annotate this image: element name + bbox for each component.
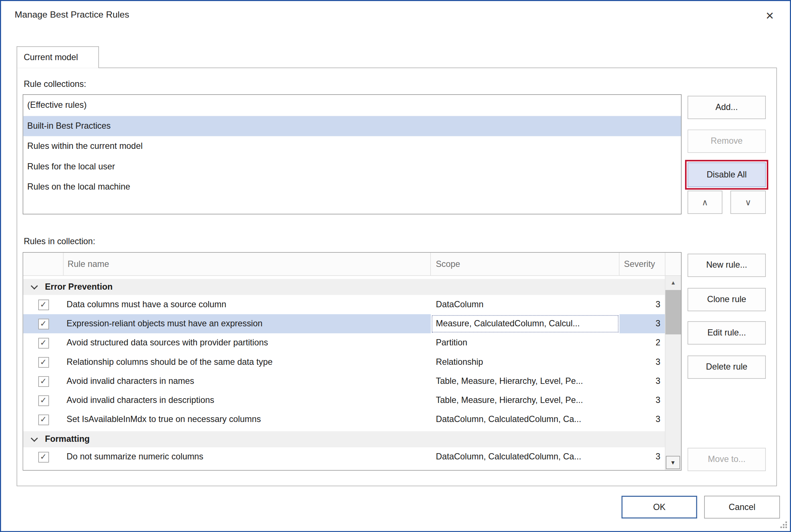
rule-name: Do not summarize numeric columns [63, 447, 431, 466]
close-icon: × [766, 9, 774, 22]
screen: Manage Best Practice Rules × Current mod… [0, 0, 791, 532]
check-icon: ✓ [40, 358, 47, 366]
list-item-effective-rules[interactable]: (Effective rules) [23, 95, 681, 116]
group-name: Error Prevention [45, 282, 113, 292]
rule-checkbox[interactable]: ✓ [38, 319, 49, 329]
group-row-formatting[interactable]: Formatting [23, 431, 665, 447]
check-icon: ✓ [40, 339, 47, 347]
column-header-severity[interactable]: Severity [619, 253, 665, 275]
rule-scope: Relationship [431, 353, 619, 372]
column-header-rule-name[interactable]: Rule name [63, 253, 431, 275]
manage-best-practice-rules-dialog: Manage Best Practice Rules × Current mod… [0, 0, 791, 532]
move-to-button[interactable]: Move to... [688, 448, 766, 471]
rule-severity: 3 [619, 447, 665, 466]
close-button[interactable]: × [760, 5, 780, 26]
list-item-rules-local-machine[interactable]: Rules on the local machine [23, 177, 681, 198]
rule-scope: Table, Measure, Hierarchy, Level, Pe... [431, 391, 619, 410]
scroll-down-icon: ▼ [670, 459, 676, 466]
rule-severity: 3 [619, 410, 665, 429]
disable-all-button[interactable]: Disable All [688, 162, 766, 187]
move-up-button[interactable]: ∧ [688, 191, 722, 214]
rules-grid: Rule name Scope Severity Error Preventio… [23, 252, 682, 471]
check-icon: ✓ [40, 453, 47, 461]
rule-severity: 3 [619, 391, 665, 410]
rule-checkbox[interactable]: ✓ [38, 357, 49, 367]
clone-rule-button[interactable]: Clone rule [688, 288, 766, 311]
rule-scope: Partition [431, 333, 619, 352]
rule-severity: 3 [619, 295, 665, 314]
tab-label: Current model [24, 52, 78, 63]
move-down-button[interactable]: ∨ [730, 191, 766, 214]
scroll-down-button[interactable]: ▼ [666, 456, 680, 469]
rule-severity: 3 [619, 353, 665, 372]
rule-checkbox[interactable]: ✓ [38, 376, 49, 387]
rule-severity: 3 [619, 372, 665, 391]
chevron-down-icon: ∨ [745, 197, 751, 208]
add-button[interactable]: Add... [688, 96, 766, 119]
scrollbar-thumb[interactable] [665, 290, 681, 334]
rule-scope: DataColumn [431, 295, 619, 314]
table-row[interactable]: ✓ Do not summarize numeric columns DataC… [23, 447, 665, 466]
list-item-built-in-best-practices[interactable]: Built-in Best Practices [23, 116, 681, 136]
tab-current-model[interactable]: Current model [17, 47, 99, 68]
rules-in-collection-label: Rules in collection: [24, 236, 95, 247]
list-item-rules-local-user[interactable]: Rules for the local user [23, 157, 681, 177]
table-row[interactable]: ✓ Relationship columns should be of the … [23, 353, 665, 372]
remove-button[interactable]: Remove [688, 130, 766, 153]
rule-severity: 3 [619, 314, 665, 333]
ok-button[interactable]: OK [622, 496, 697, 518]
rule-checkbox[interactable]: ✓ [38, 338, 49, 348]
rule-name: Data columns must have a source column [63, 295, 431, 314]
check-icon: ✓ [40, 396, 47, 404]
grid-header: Rule name Scope Severity [23, 253, 681, 276]
edit-rule-button[interactable]: Edit rule... [688, 321, 766, 344]
table-row[interactable]: ✓ Avoid invalid characters in names Tabl… [23, 372, 665, 391]
rule-scope: Measure, CalculatedColumn, Calcul... [431, 314, 619, 333]
rule-scope: DataColumn, CalculatedColumn, Ca... [431, 447, 619, 466]
chevron-down-icon [31, 282, 38, 289]
column-header-scope[interactable]: Scope [431, 253, 619, 275]
grid-body: Error Prevention ✓ Data columns must hav… [23, 276, 665, 470]
rule-checkbox[interactable]: ✓ [38, 395, 49, 406]
rule-name: Expression-reliant objects must have an … [63, 314, 431, 333]
check-icon: ✓ [40, 319, 47, 327]
vertical-scrollbar[interactable]: ▲ ▼ [665, 276, 681, 470]
rule-collections-label: Rule collections: [24, 79, 86, 89]
list-item-rules-current-model[interactable]: Rules within the current model [23, 136, 681, 157]
rule-scope: Table, Measure, Hierarchy, Level, Pe... [431, 372, 619, 391]
group-name: Formatting [45, 434, 89, 444]
rule-name: Avoid invalid characters in descriptions [63, 391, 431, 410]
rule-scope: DataColumn, CalculatedColumn, Ca... [431, 410, 619, 429]
rule-checkbox[interactable]: ✓ [38, 299, 49, 310]
rule-name: Set IsAvailableInMdx to true on necessar… [63, 410, 431, 429]
tab-panel: Rule collections: (Effective rules) Buil… [17, 67, 777, 486]
rule-checkbox[interactable]: ✓ [38, 452, 49, 462]
column-header-checkbox [23, 253, 63, 275]
table-row[interactable]: ✓ Data columns must have a source column… [23, 295, 665, 314]
rule-name: Avoid structured data sources with provi… [63, 333, 431, 352]
chevron-down-icon [31, 435, 38, 442]
rule-name: Relationship columns should be of the sa… [63, 353, 431, 372]
table-row[interactable]: ✓ Avoid structured data sources with pro… [23, 333, 665, 352]
rule-checkbox[interactable]: ✓ [38, 414, 49, 425]
cancel-button[interactable]: Cancel [704, 496, 780, 518]
chevron-up-icon: ∧ [702, 197, 708, 208]
check-icon: ✓ [40, 300, 47, 308]
check-icon: ✓ [40, 377, 47, 385]
group-row-error-prevention[interactable]: Error Prevention [23, 279, 665, 295]
table-row-selected[interactable]: ✓ Expression-reliant objects must have a… [23, 314, 665, 333]
column-header-scrollbar-gutter [665, 253, 681, 275]
table-row[interactable]: ✓ Avoid invalid characters in descriptio… [23, 391, 665, 410]
check-icon: ✓ [40, 415, 47, 423]
delete-rule-button[interactable]: Delete rule [688, 356, 766, 379]
rule-name: Avoid invalid characters in names [63, 372, 431, 391]
scroll-up-icon[interactable]: ▲ [665, 276, 681, 289]
resize-grip[interactable] [780, 521, 787, 528]
window-title: Manage Best Practice Rules [15, 10, 129, 20]
table-row[interactable]: ✓ Set IsAvailableInMdx to true on necess… [23, 410, 665, 429]
rule-collections-listbox: (Effective rules) Built-in Best Practice… [23, 94, 682, 214]
new-rule-button[interactable]: New rule... [688, 254, 766, 277]
rule-severity: 2 [619, 333, 665, 352]
